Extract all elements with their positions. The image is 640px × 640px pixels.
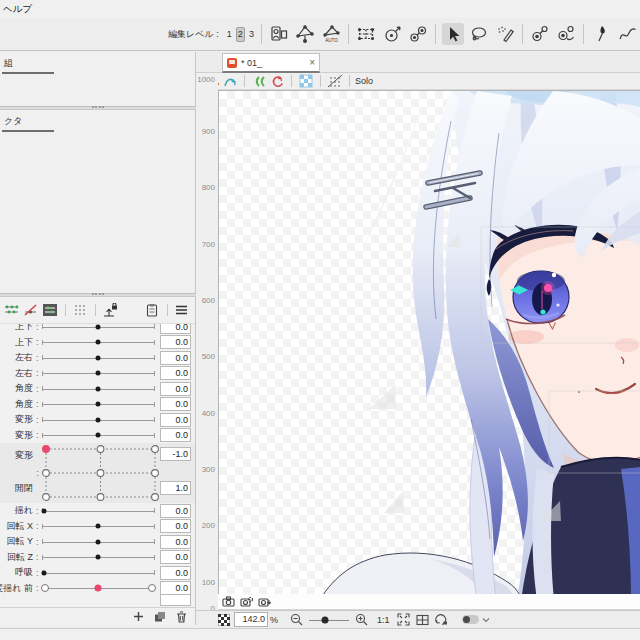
transparency-grid-icon[interactable] [297, 74, 315, 89]
mesh-auto-icon[interactable]: AUTO [320, 23, 342, 45]
parameter-slider[interactable] [42, 503, 155, 519]
camera-export-icon[interactable] [258, 596, 272, 607]
model-texture-icon[interactable] [268, 23, 290, 45]
slider-knob[interactable] [96, 539, 101, 544]
duplicate-icon[interactable] [154, 611, 166, 623]
zoom-slider[interactable] [309, 614, 349, 626]
grid-toggle-icon[interactable] [416, 614, 429, 626]
quality-toggle-icon[interactable] [462, 615, 479, 624]
inspector-panel-tab[interactable]: クタ [2, 115, 54, 132]
glue-icon[interactable] [529, 23, 551, 45]
param-2d-grid[interactable] [42, 443, 155, 503]
parts-panel-tab[interactable]: 組 [2, 57, 54, 74]
edit-level-2-button[interactable]: 2 [236, 27, 245, 42]
parameter-slider[interactable] [42, 534, 155, 550]
curve-arrow-icon[interactable] [221, 74, 239, 89]
parameter-slider[interactable] [42, 350, 155, 366]
camera-onion-icon[interactable] [240, 596, 253, 607]
parameter-value[interactable]: 0.0 [160, 324, 191, 334]
parameter-slider[interactable] [42, 581, 155, 597]
zoom-in-icon[interactable] [355, 613, 368, 626]
parameter-slider[interactable] [42, 397, 155, 413]
palette-menu-icon[interactable] [173, 302, 190, 318]
fit-view-icon[interactable] [397, 613, 410, 626]
zoom-out-icon[interactable] [290, 613, 303, 626]
zoom-slider-handle[interactable] [322, 616, 329, 623]
slider-knob[interactable] [41, 584, 49, 592]
slider-knob[interactable] [148, 584, 156, 592]
onion-prev-icon[interactable] [250, 74, 268, 89]
parameter-slider[interactable] [42, 381, 155, 397]
parameter-slider[interactable] [42, 428, 155, 444]
keyform-dots-icon[interactable] [3, 302, 20, 318]
canvas-viewport[interactable] [218, 90, 640, 595]
menu-item-help[interactable]: ヘルプ [3, 3, 32, 16]
slider-settings-icon[interactable] [41, 302, 58, 318]
parameter-value[interactable]: 0.0 [160, 335, 191, 349]
keyform-delete-icon[interactable] [22, 302, 39, 318]
parameter-value[interactable]: 0.0 [160, 413, 191, 427]
slider-knob[interactable] [41, 570, 46, 575]
parameter-value[interactable]: 0.0 [160, 397, 191, 411]
parameter-value[interactable]: 0.0 [160, 351, 191, 365]
grid-dots-icon[interactable] [71, 302, 88, 318]
lock-keyform-icon[interactable] [101, 302, 118, 318]
tab-close-icon[interactable]: × [309, 58, 315, 68]
reset-rotation-icon[interactable] [434, 614, 448, 626]
actual-size-button[interactable]: 1:1 [377, 615, 390, 625]
parameter-value[interactable]: 0.0 [160, 519, 191, 533]
curve-tool-icon[interactable] [616, 23, 638, 45]
parameter-value[interactable]: 0.0 [160, 566, 191, 580]
slider-knob[interactable] [96, 417, 101, 422]
parameter-slider[interactable] [42, 366, 155, 382]
arrow-tool-icon[interactable] [442, 23, 464, 45]
slider-knob[interactable] [96, 402, 101, 407]
skinning-icon[interactable] [407, 23, 429, 45]
parameter-value[interactable]: 0.0 [160, 504, 191, 518]
glue-weight-icon[interactable] [555, 23, 577, 45]
delete-icon[interactable] [176, 611, 187, 623]
pen-tool-icon[interactable] [590, 23, 612, 45]
solo-label[interactable]: Solo [355, 76, 373, 86]
deformer-grid-hidden-icon[interactable] [326, 74, 344, 89]
parameter-slider[interactable] [42, 324, 155, 335]
slider-knob[interactable] [96, 386, 101, 391]
rotate-deformer-icon[interactable] [381, 23, 403, 45]
parameter-value[interactable]: 0.0 [160, 550, 191, 564]
parameter-slider[interactable] [42, 550, 155, 566]
clipboard-icon[interactable] [143, 302, 160, 318]
parameter-slider[interactable] [42, 565, 155, 581]
slider-knob[interactable] [95, 585, 102, 592]
parameter-slider[interactable] [42, 412, 155, 428]
parameter-slider[interactable] [42, 519, 155, 535]
slider-knob[interactable] [96, 371, 101, 376]
param-2d-value-top[interactable]: -1.0 [160, 447, 191, 461]
add-parameter-icon[interactable] [133, 611, 144, 622]
chevron-down-icon[interactable] [482, 617, 490, 623]
slider-knob[interactable] [96, 433, 101, 438]
onion-loop-icon[interactable] [268, 74, 286, 89]
slider-knob[interactable] [96, 340, 101, 345]
slider-knob[interactable] [96, 324, 101, 329]
slider-knob[interactable] [96, 524, 101, 529]
parameter-value[interactable]: 0.0 [160, 382, 191, 396]
parameter-value[interactable]: 0.0 [160, 366, 191, 380]
mesh-edit-icon[interactable] [294, 23, 316, 45]
edit-level-3-button[interactable]: 3 [247, 27, 256, 42]
zoom-value-field[interactable]: 142.0 [234, 612, 268, 627]
document-tab[interactable]: * 01_ × [222, 53, 320, 73]
camera-icon[interactable] [222, 596, 235, 607]
parameter-slider[interactable] [42, 335, 155, 351]
slider-knob[interactable] [41, 508, 46, 513]
parameter-value[interactable]: 0.0 [160, 535, 191, 549]
brush-select-icon[interactable] [494, 23, 516, 45]
warp-deformer-icon[interactable] [355, 23, 377, 45]
slider-knob[interactable] [96, 555, 101, 560]
lasso-tool-icon[interactable] [468, 23, 490, 45]
parameter-value[interactable]: 0.0 [160, 428, 191, 442]
parameter-value[interactable] [160, 594, 191, 606]
slider-knob[interactable] [96, 355, 101, 360]
checker-background-icon[interactable] [218, 614, 230, 626]
param-2d-value-bottom[interactable]: 1.0 [160, 481, 191, 495]
edit-level-1-button[interactable]: 1 [225, 27, 234, 42]
